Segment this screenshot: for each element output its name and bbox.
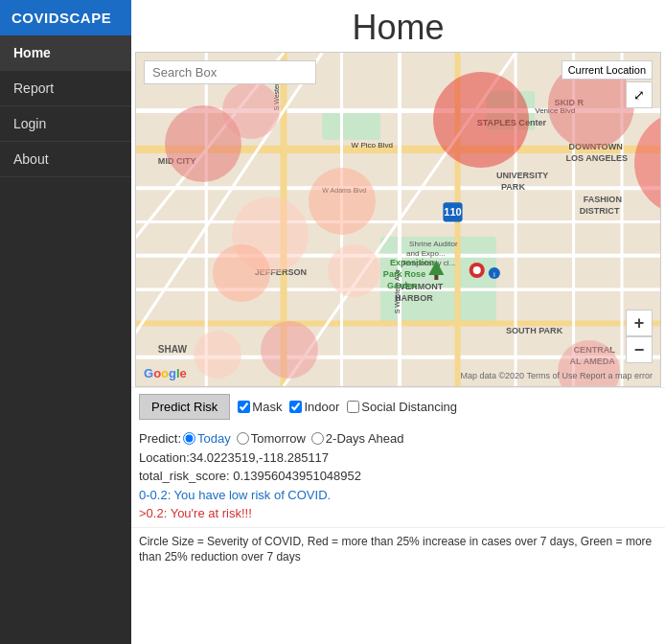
svg-rect-2 — [322, 111, 380, 140]
sidebar-brand: COVIDSCAPE — [0, 0, 131, 35]
zoom-out-button[interactable]: − — [626, 336, 653, 363]
zoom-in-button[interactable]: + — [626, 310, 653, 336]
covid-circle-2 — [222, 81, 280, 139]
svg-text:Garden: Garden — [387, 281, 418, 290]
legend-text: Circle Size = Severity of COVID, Red = m… — [139, 535, 652, 564]
mask-checkbox[interactable] — [238, 401, 250, 413]
covid-circle-6 — [309, 168, 376, 235]
svg-text:Temporarily cl...: Temporarily cl... — [401, 259, 455, 267]
sidebar-item-login[interactable]: Login — [0, 106, 131, 142]
sidebar-item-report[interactable]: Report — [0, 71, 131, 106]
sidebar: COVIDSCAPE Home Report Login About — [0, 0, 131, 644]
tomorrow-radio-label[interactable]: Tomorrow — [237, 429, 306, 448]
sidebar-item-home[interactable]: Home — [0, 35, 131, 71]
svg-text:SHAW: SHAW — [158, 344, 188, 355]
risk-high-line: >0.2: You're at risk!!! — [139, 504, 657, 523]
today-radio[interactable] — [183, 432, 195, 445]
svg-rect-56 — [434, 275, 438, 280]
controls-area: Predict Risk Mask Indoor Social Distanci… — [131, 387, 665, 426]
mask-label: Mask — [252, 400, 282, 414]
svg-text:LOS ANGELES: LOS ANGELES — [566, 153, 629, 163]
legend-area: Circle Size = Severity of COVID, Red = m… — [131, 527, 665, 572]
indoor-checkbox[interactable] — [289, 401, 302, 413]
svg-text:Park Rose: Park Rose — [383, 269, 425, 279]
risk-score-line: total_risk_score: 0.13956043951048952 — [139, 467, 657, 486]
zoom-in-icon: + — [634, 313, 645, 334]
search-input[interactable] — [144, 60, 316, 84]
two-days-label: 2-Days Ahead — [326, 429, 404, 448]
svg-text:FASHION: FASHION — [584, 195, 622, 204]
mask-checkbox-label[interactable]: Mask — [238, 400, 282, 414]
google-logo: Google — [144, 366, 187, 380]
covid-circle-11 — [328, 244, 380, 297]
current-location-label: Current Location — [568, 64, 646, 76]
map-attribution: Map data ©2020 Terms of Use Report a map… — [460, 371, 653, 380]
svg-text:Shrine Auditor: Shrine Auditor — [409, 240, 458, 248]
social-distancing-checkbox[interactable] — [347, 401, 359, 413]
today-label: Today — [197, 429, 231, 448]
map-background: 110 MID CITY JEFFERSON SHAW LEIMERT PARK… — [136, 53, 660, 386]
predict-label: Predict: — [139, 429, 181, 448]
svg-text:PARK: PARK — [501, 182, 525, 192]
expand-icon: ⤢ — [633, 87, 645, 103]
covid-circle-9 — [194, 331, 241, 379]
social-distancing-checkbox-label[interactable]: Social Distancing — [347, 400, 457, 414]
indoor-checkbox-label[interactable]: Indoor — [289, 400, 339, 414]
svg-text:i: i — [493, 270, 495, 279]
tomorrow-radio[interactable] — [237, 432, 249, 445]
svg-text:W Pico Blvd: W Pico Blvd — [352, 141, 393, 150]
zoom-out-icon: − — [634, 340, 645, 360]
two-days-radio-label[interactable]: 2-Days Ahead — [311, 429, 404, 448]
svg-point-54 — [473, 266, 481, 274]
location-line: Location:34.0223519,-118.285117 — [139, 448, 657, 468]
tomorrow-label: Tomorrow — [251, 429, 306, 448]
svg-text:DISTRICT: DISTRICT — [580, 206, 620, 216]
sidebar-item-about[interactable]: About — [0, 142, 131, 177]
covid-circle-10 — [261, 321, 318, 379]
svg-text:110: 110 — [444, 206, 461, 218]
expand-map-button[interactable]: ⤢ — [626, 81, 653, 108]
svg-text:SOUTH PARK: SOUTH PARK — [506, 326, 563, 335]
predict-risk-button[interactable]: Predict Risk — [139, 394, 230, 420]
indoor-label: Indoor — [304, 400, 339, 414]
current-location-button[interactable]: Current Location — [562, 60, 653, 80]
map-container[interactable]: 110 MID CITY JEFFERSON SHAW LEIMERT PARK… — [135, 52, 661, 387]
two-days-radio[interactable] — [311, 432, 324, 445]
predict-row: Predict: Today Tomorrow 2-Days Ahead — [139, 429, 657, 448]
svg-text:and Expo...: and Expo... — [406, 249, 446, 258]
page-title: Home — [131, 0, 665, 52]
today-radio-label[interactable]: Today — [183, 429, 231, 448]
social-distancing-label: Social Distancing — [361, 400, 457, 414]
svg-text:UNIVERSITY: UNIVERSITY — [496, 171, 548, 180]
covid-circle-3 — [433, 72, 529, 168]
risk-low-line: 0-0.2: You have low risk of COVID. — [139, 486, 657, 505]
info-area: Predict: Today Tomorrow 2-Days Ahead Loc… — [131, 426, 665, 527]
main-content: Home — [131, 0, 665, 644]
covid-circle-8 — [213, 244, 270, 302]
